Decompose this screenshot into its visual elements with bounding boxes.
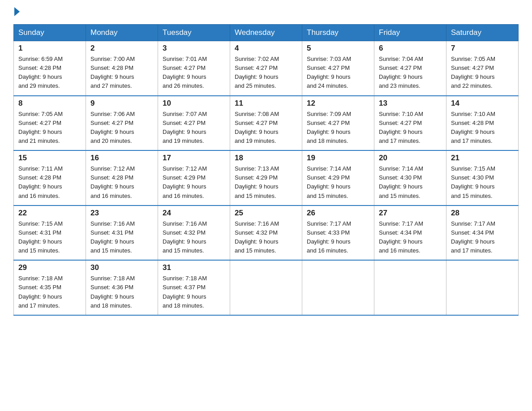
day-info: Sunrise: 7:16 AMSunset: 4:31 PMDaylight:… [90, 219, 153, 256]
calendar-header-monday: Monday [86, 25, 158, 41]
day-info: Sunrise: 7:10 AMSunset: 4:28 PMDaylight:… [451, 110, 514, 146]
calendar-cell: 1 Sunrise: 6:59 AMSunset: 4:28 PMDayligh… [14, 41, 86, 96]
calendar-cell: 19 Sunrise: 7:14 AMSunset: 4:29 PMDaylig… [302, 150, 374, 206]
calendar-cell: 27 Sunrise: 7:17 AMSunset: 4:34 PMDaylig… [374, 206, 446, 261]
calendar-header-wednesday: Wednesday [230, 25, 302, 41]
calendar-header-sunday: Sunday [14, 25, 86, 41]
day-info: Sunrise: 7:14 AMSunset: 4:29 PMDaylight:… [307, 164, 369, 201]
calendar-cell: 16 Sunrise: 7:12 AMSunset: 4:28 PMDaylig… [86, 150, 158, 206]
calendar-cell: 23 Sunrise: 7:16 AMSunset: 4:31 PMDaylig… [86, 206, 158, 261]
logo [13, 9, 20, 16]
day-info: Sunrise: 7:15 AMSunset: 4:31 PMDaylight:… [18, 219, 81, 256]
day-info: Sunrise: 7:12 AMSunset: 4:28 PMDaylight:… [90, 164, 153, 201]
day-number: 24 [163, 209, 225, 218]
calendar-cell: 31 Sunrise: 7:18 AMSunset: 4:37 PMDaylig… [158, 260, 230, 315]
day-info: Sunrise: 7:17 AMSunset: 4:33 PMDaylight:… [307, 219, 369, 256]
day-info: Sunrise: 7:16 AMSunset: 4:32 PMDaylight:… [163, 219, 225, 256]
day-number: 2 [90, 44, 153, 53]
day-number: 22 [18, 209, 81, 218]
day-info: Sunrise: 7:12 AMSunset: 4:29 PMDaylight:… [163, 164, 225, 201]
page-header [13, 9, 519, 16]
day-info: Sunrise: 7:13 AMSunset: 4:29 PMDaylight:… [235, 164, 297, 201]
calendar-cell: 11 Sunrise: 7:08 AMSunset: 4:27 PMDaylig… [230, 96, 302, 151]
calendar-cell: 2 Sunrise: 7:00 AMSunset: 4:28 PMDayligh… [86, 41, 158, 96]
calendar-cell [302, 260, 374, 315]
day-info: Sunrise: 7:04 AMSunset: 4:27 PMDaylight:… [379, 55, 442, 91]
day-number: 29 [18, 263, 81, 272]
day-number: 6 [379, 44, 442, 53]
calendar-cell: 28 Sunrise: 7:17 AMSunset: 4:34 PMDaylig… [446, 206, 519, 261]
day-number: 14 [451, 99, 514, 108]
day-number: 8 [18, 99, 81, 108]
day-info: Sunrise: 7:15 AMSunset: 4:30 PMDaylight:… [451, 164, 514, 201]
calendar-cell: 22 Sunrise: 7:15 AMSunset: 4:31 PMDaylig… [14, 206, 86, 261]
week-row-2: 8 Sunrise: 7:05 AMSunset: 4:27 PMDayligh… [14, 96, 519, 151]
day-info: Sunrise: 7:00 AMSunset: 4:28 PMDaylight:… [90, 55, 153, 91]
day-number: 7 [451, 44, 514, 53]
day-info: Sunrise: 7:07 AMSunset: 4:27 PMDaylight:… [163, 110, 225, 146]
day-number: 18 [235, 154, 297, 163]
calendar-cell: 17 Sunrise: 7:12 AMSunset: 4:29 PMDaylig… [158, 150, 230, 206]
logo-arrow-icon [14, 7, 20, 16]
day-number: 12 [307, 99, 369, 108]
day-number: 16 [90, 154, 153, 163]
calendar-cell: 3 Sunrise: 7:01 AMSunset: 4:27 PMDayligh… [158, 41, 230, 96]
day-info: Sunrise: 7:03 AMSunset: 4:27 PMDaylight:… [307, 55, 369, 91]
day-number: 13 [379, 99, 442, 108]
day-number: 21 [451, 154, 514, 163]
day-info: Sunrise: 7:08 AMSunset: 4:27 PMDaylight:… [235, 110, 297, 146]
calendar-cell: 26 Sunrise: 7:17 AMSunset: 4:33 PMDaylig… [302, 206, 374, 261]
day-number: 15 [18, 154, 81, 163]
calendar-header-friday: Friday [374, 25, 446, 41]
calendar-cell: 6 Sunrise: 7:04 AMSunset: 4:27 PMDayligh… [374, 41, 446, 96]
calendar-cell: 10 Sunrise: 7:07 AMSunset: 4:27 PMDaylig… [158, 96, 230, 151]
day-info: Sunrise: 7:01 AMSunset: 4:27 PMDaylight:… [163, 55, 225, 91]
calendar-cell: 29 Sunrise: 7:18 AMSunset: 4:35 PMDaylig… [14, 260, 86, 315]
calendar-cell: 20 Sunrise: 7:14 AMSunset: 4:30 PMDaylig… [374, 150, 446, 206]
calendar-cell: 25 Sunrise: 7:16 AMSunset: 4:32 PMDaylig… [230, 206, 302, 261]
day-info: Sunrise: 6:59 AMSunset: 4:28 PMDaylight:… [18, 55, 81, 91]
calendar-cell: 5 Sunrise: 7:03 AMSunset: 4:27 PMDayligh… [302, 41, 374, 96]
day-info: Sunrise: 7:09 AMSunset: 4:27 PMDaylight:… [307, 110, 369, 146]
calendar-cell [374, 260, 446, 315]
calendar-cell: 24 Sunrise: 7:16 AMSunset: 4:32 PMDaylig… [158, 206, 230, 261]
day-number: 3 [163, 44, 225, 53]
week-row-5: 29 Sunrise: 7:18 AMSunset: 4:35 PMDaylig… [14, 260, 519, 315]
day-info: Sunrise: 7:06 AMSunset: 4:27 PMDaylight:… [90, 110, 153, 146]
calendar-cell: 8 Sunrise: 7:05 AMSunset: 4:27 PMDayligh… [14, 96, 86, 151]
calendar-cell [230, 260, 302, 315]
calendar-cell: 9 Sunrise: 7:06 AMSunset: 4:27 PMDayligh… [86, 96, 158, 151]
calendar-cell: 13 Sunrise: 7:10 AMSunset: 4:27 PMDaylig… [374, 96, 446, 151]
calendar-cell: 14 Sunrise: 7:10 AMSunset: 4:28 PMDaylig… [446, 96, 519, 151]
day-number: 19 [307, 154, 369, 163]
calendar-cell: 30 Sunrise: 7:18 AMSunset: 4:36 PMDaylig… [86, 260, 158, 315]
day-info: Sunrise: 7:11 AMSunset: 4:28 PMDaylight:… [18, 164, 81, 201]
day-info: Sunrise: 7:18 AMSunset: 4:36 PMDaylight:… [90, 274, 153, 310]
day-info: Sunrise: 7:17 AMSunset: 4:34 PMDaylight:… [451, 219, 514, 256]
day-number: 9 [90, 99, 153, 108]
day-number: 4 [235, 44, 297, 53]
day-info: Sunrise: 7:17 AMSunset: 4:34 PMDaylight:… [379, 219, 442, 256]
day-number: 10 [163, 99, 225, 108]
day-number: 28 [451, 209, 514, 218]
calendar-cell: 15 Sunrise: 7:11 AMSunset: 4:28 PMDaylig… [14, 150, 86, 206]
day-number: 5 [307, 44, 369, 53]
week-row-4: 22 Sunrise: 7:15 AMSunset: 4:31 PMDaylig… [14, 206, 519, 261]
calendar-header-saturday: Saturday [446, 25, 519, 41]
calendar-cell [446, 260, 519, 315]
day-number: 30 [90, 263, 153, 272]
day-info: Sunrise: 7:10 AMSunset: 4:27 PMDaylight:… [379, 110, 442, 146]
day-number: 25 [235, 209, 297, 218]
calendar-cell: 7 Sunrise: 7:05 AMSunset: 4:27 PMDayligh… [446, 41, 519, 96]
day-info: Sunrise: 7:18 AMSunset: 4:35 PMDaylight:… [18, 274, 81, 310]
day-info: Sunrise: 7:14 AMSunset: 4:30 PMDaylight:… [379, 164, 442, 201]
calendar-cell: 21 Sunrise: 7:15 AMSunset: 4:30 PMDaylig… [446, 150, 519, 206]
calendar-cell: 18 Sunrise: 7:13 AMSunset: 4:29 PMDaylig… [230, 150, 302, 206]
week-row-3: 15 Sunrise: 7:11 AMSunset: 4:28 PMDaylig… [14, 150, 519, 206]
day-number: 31 [163, 263, 225, 272]
day-info: Sunrise: 7:05 AMSunset: 4:27 PMDaylight:… [451, 55, 514, 91]
day-info: Sunrise: 7:02 AMSunset: 4:27 PMDaylight:… [235, 55, 297, 91]
calendar-header-thursday: Thursday [302, 25, 374, 41]
day-number: 11 [235, 99, 297, 108]
calendar-cell: 4 Sunrise: 7:02 AMSunset: 4:27 PMDayligh… [230, 41, 302, 96]
